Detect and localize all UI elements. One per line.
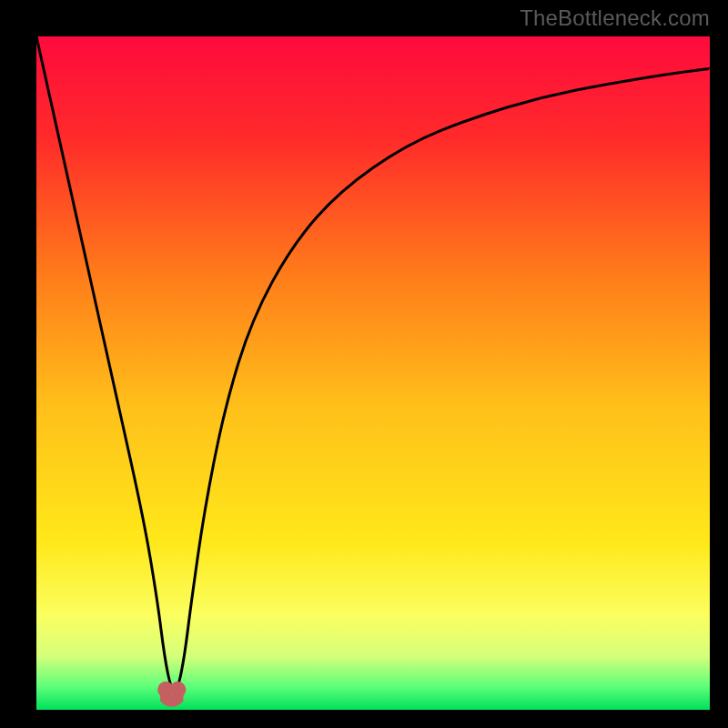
plot-area	[36, 36, 710, 710]
watermark-text: TheBottleneck.com	[520, 5, 710, 31]
gradient-rect	[36, 36, 710, 710]
gradient-background	[36, 36, 710, 710]
chart-frame: TheBottleneck.com	[0, 0, 728, 728]
